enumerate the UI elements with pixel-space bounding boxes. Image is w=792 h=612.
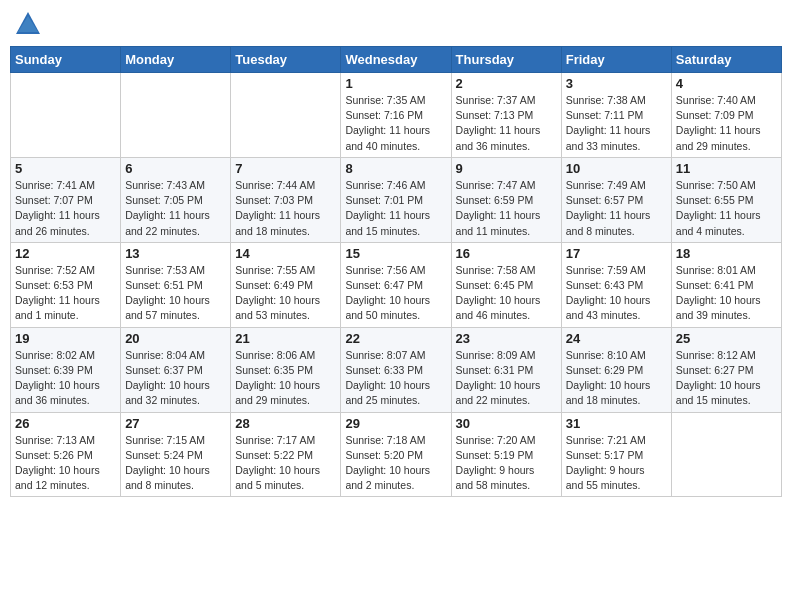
calendar-cell: 10Sunrise: 7:49 AM Sunset: 6:57 PM Dayli…	[561, 157, 671, 242]
calendar-cell: 18Sunrise: 8:01 AM Sunset: 6:41 PM Dayli…	[671, 242, 781, 327]
day-number: 12	[15, 246, 116, 261]
day-info: Sunrise: 7:53 AM Sunset: 6:51 PM Dayligh…	[125, 263, 226, 324]
day-number: 14	[235, 246, 336, 261]
day-info: Sunrise: 7:49 AM Sunset: 6:57 PM Dayligh…	[566, 178, 667, 239]
calendar-cell: 5Sunrise: 7:41 AM Sunset: 7:07 PM Daylig…	[11, 157, 121, 242]
day-number: 28	[235, 416, 336, 431]
day-info: Sunrise: 7:37 AM Sunset: 7:13 PM Dayligh…	[456, 93, 557, 154]
day-number: 18	[676, 246, 777, 261]
day-info: Sunrise: 7:20 AM Sunset: 5:19 PM Dayligh…	[456, 433, 557, 494]
calendar-cell: 19Sunrise: 8:02 AM Sunset: 6:39 PM Dayli…	[11, 327, 121, 412]
day-info: Sunrise: 7:47 AM Sunset: 6:59 PM Dayligh…	[456, 178, 557, 239]
calendar-cell: 24Sunrise: 8:10 AM Sunset: 6:29 PM Dayli…	[561, 327, 671, 412]
weekday-header-monday: Monday	[121, 47, 231, 73]
day-info: Sunrise: 7:58 AM Sunset: 6:45 PM Dayligh…	[456, 263, 557, 324]
day-number: 17	[566, 246, 667, 261]
calendar-cell	[11, 73, 121, 158]
calendar-cell: 3Sunrise: 7:38 AM Sunset: 7:11 PM Daylig…	[561, 73, 671, 158]
calendar-cell: 25Sunrise: 8:12 AM Sunset: 6:27 PM Dayli…	[671, 327, 781, 412]
calendar-cell: 22Sunrise: 8:07 AM Sunset: 6:33 PM Dayli…	[341, 327, 451, 412]
day-number: 16	[456, 246, 557, 261]
calendar-cell: 15Sunrise: 7:56 AM Sunset: 6:47 PM Dayli…	[341, 242, 451, 327]
calendar-cell: 16Sunrise: 7:58 AM Sunset: 6:45 PM Dayli…	[451, 242, 561, 327]
day-number: 20	[125, 331, 226, 346]
calendar-cell: 6Sunrise: 7:43 AM Sunset: 7:05 PM Daylig…	[121, 157, 231, 242]
day-number: 19	[15, 331, 116, 346]
day-info: Sunrise: 8:02 AM Sunset: 6:39 PM Dayligh…	[15, 348, 116, 409]
calendar-cell: 12Sunrise: 7:52 AM Sunset: 6:53 PM Dayli…	[11, 242, 121, 327]
day-info: Sunrise: 8:04 AM Sunset: 6:37 PM Dayligh…	[125, 348, 226, 409]
day-number: 7	[235, 161, 336, 176]
svg-marker-1	[18, 16, 38, 32]
day-number: 15	[345, 246, 446, 261]
day-number: 5	[15, 161, 116, 176]
weekday-header-thursday: Thursday	[451, 47, 561, 73]
calendar-cell: 30Sunrise: 7:20 AM Sunset: 5:19 PM Dayli…	[451, 412, 561, 497]
week-row-5: 26Sunrise: 7:13 AM Sunset: 5:26 PM Dayli…	[11, 412, 782, 497]
day-number: 13	[125, 246, 226, 261]
week-row-3: 12Sunrise: 7:52 AM Sunset: 6:53 PM Dayli…	[11, 242, 782, 327]
calendar-cell: 14Sunrise: 7:55 AM Sunset: 6:49 PM Dayli…	[231, 242, 341, 327]
calendar-cell: 31Sunrise: 7:21 AM Sunset: 5:17 PM Dayli…	[561, 412, 671, 497]
day-number: 22	[345, 331, 446, 346]
calendar-cell: 29Sunrise: 7:18 AM Sunset: 5:20 PM Dayli…	[341, 412, 451, 497]
weekday-header-tuesday: Tuesday	[231, 47, 341, 73]
day-info: Sunrise: 7:38 AM Sunset: 7:11 PM Dayligh…	[566, 93, 667, 154]
day-number: 2	[456, 76, 557, 91]
calendar-cell: 8Sunrise: 7:46 AM Sunset: 7:01 PM Daylig…	[341, 157, 451, 242]
calendar-cell: 9Sunrise: 7:47 AM Sunset: 6:59 PM Daylig…	[451, 157, 561, 242]
day-info: Sunrise: 8:12 AM Sunset: 6:27 PM Dayligh…	[676, 348, 777, 409]
calendar-cell	[121, 73, 231, 158]
calendar-cell: 28Sunrise: 7:17 AM Sunset: 5:22 PM Dayli…	[231, 412, 341, 497]
day-number: 27	[125, 416, 226, 431]
week-row-1: 1Sunrise: 7:35 AM Sunset: 7:16 PM Daylig…	[11, 73, 782, 158]
day-info: Sunrise: 7:21 AM Sunset: 5:17 PM Dayligh…	[566, 433, 667, 494]
day-number: 21	[235, 331, 336, 346]
calendar-cell: 7Sunrise: 7:44 AM Sunset: 7:03 PM Daylig…	[231, 157, 341, 242]
day-info: Sunrise: 7:41 AM Sunset: 7:07 PM Dayligh…	[15, 178, 116, 239]
day-number: 24	[566, 331, 667, 346]
calendar-cell: 20Sunrise: 8:04 AM Sunset: 6:37 PM Dayli…	[121, 327, 231, 412]
day-number: 31	[566, 416, 667, 431]
calendar-cell	[671, 412, 781, 497]
day-info: Sunrise: 8:01 AM Sunset: 6:41 PM Dayligh…	[676, 263, 777, 324]
day-number: 23	[456, 331, 557, 346]
day-number: 8	[345, 161, 446, 176]
logo	[14, 10, 44, 38]
calendar-cell: 27Sunrise: 7:15 AM Sunset: 5:24 PM Dayli…	[121, 412, 231, 497]
day-info: Sunrise: 7:13 AM Sunset: 5:26 PM Dayligh…	[15, 433, 116, 494]
day-number: 11	[676, 161, 777, 176]
calendar-cell: 23Sunrise: 8:09 AM Sunset: 6:31 PM Dayli…	[451, 327, 561, 412]
day-number: 4	[676, 76, 777, 91]
calendar-cell: 17Sunrise: 7:59 AM Sunset: 6:43 PM Dayli…	[561, 242, 671, 327]
calendar-cell: 1Sunrise: 7:35 AM Sunset: 7:16 PM Daylig…	[341, 73, 451, 158]
day-info: Sunrise: 7:44 AM Sunset: 7:03 PM Dayligh…	[235, 178, 336, 239]
weekday-header-row: SundayMondayTuesdayWednesdayThursdayFrid…	[11, 47, 782, 73]
day-info: Sunrise: 7:43 AM Sunset: 7:05 PM Dayligh…	[125, 178, 226, 239]
day-number: 25	[676, 331, 777, 346]
day-number: 3	[566, 76, 667, 91]
day-info: Sunrise: 8:07 AM Sunset: 6:33 PM Dayligh…	[345, 348, 446, 409]
day-number: 26	[15, 416, 116, 431]
day-info: Sunrise: 8:09 AM Sunset: 6:31 PM Dayligh…	[456, 348, 557, 409]
day-info: Sunrise: 7:18 AM Sunset: 5:20 PM Dayligh…	[345, 433, 446, 494]
calendar-cell: 4Sunrise: 7:40 AM Sunset: 7:09 PM Daylig…	[671, 73, 781, 158]
day-info: Sunrise: 7:17 AM Sunset: 5:22 PM Dayligh…	[235, 433, 336, 494]
week-row-2: 5Sunrise: 7:41 AM Sunset: 7:07 PM Daylig…	[11, 157, 782, 242]
weekday-header-sunday: Sunday	[11, 47, 121, 73]
day-number: 29	[345, 416, 446, 431]
calendar-cell: 26Sunrise: 7:13 AM Sunset: 5:26 PM Dayli…	[11, 412, 121, 497]
day-info: Sunrise: 7:15 AM Sunset: 5:24 PM Dayligh…	[125, 433, 226, 494]
calendar-cell: 2Sunrise: 7:37 AM Sunset: 7:13 PM Daylig…	[451, 73, 561, 158]
page-header	[10, 10, 782, 38]
day-info: Sunrise: 7:59 AM Sunset: 6:43 PM Dayligh…	[566, 263, 667, 324]
week-row-4: 19Sunrise: 8:02 AM Sunset: 6:39 PM Dayli…	[11, 327, 782, 412]
calendar-cell	[231, 73, 341, 158]
calendar-cell: 13Sunrise: 7:53 AM Sunset: 6:51 PM Dayli…	[121, 242, 231, 327]
day-info: Sunrise: 7:56 AM Sunset: 6:47 PM Dayligh…	[345, 263, 446, 324]
day-info: Sunrise: 7:55 AM Sunset: 6:49 PM Dayligh…	[235, 263, 336, 324]
weekday-header-wednesday: Wednesday	[341, 47, 451, 73]
day-info: Sunrise: 7:52 AM Sunset: 6:53 PM Dayligh…	[15, 263, 116, 324]
calendar-cell: 21Sunrise: 8:06 AM Sunset: 6:35 PM Dayli…	[231, 327, 341, 412]
day-number: 10	[566, 161, 667, 176]
